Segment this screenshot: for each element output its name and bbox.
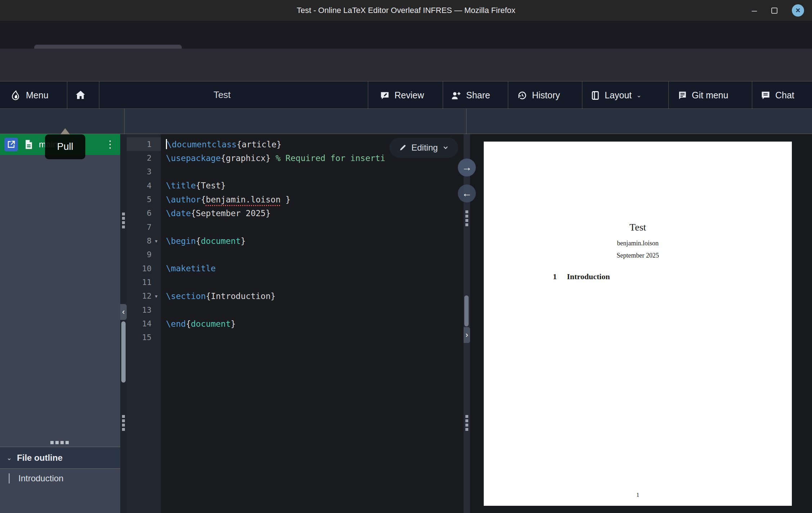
divider-drag-dots[interactable] — [465, 415, 468, 431]
fold-caret-icon[interactable]: ▾ — [152, 238, 161, 244]
menu-label: Menu — [26, 90, 49, 101]
divider-drag-dots[interactable] — [122, 415, 125, 431]
git-menu-icon — [677, 90, 687, 101]
window-restore-button[interactable] — [771, 8, 777, 14]
window-close-button[interactable]: × — [792, 4, 804, 17]
layout-icon — [591, 90, 600, 101]
fold-caret-icon[interactable]: ▾ — [152, 293, 161, 299]
layout-caret-icon: ⌄ — [636, 92, 641, 99]
pull-tooltip: Pull — [45, 134, 85, 159]
window-minimize-button[interactable]: – — [752, 9, 757, 12]
outline-item-label: Introduction — [18, 473, 63, 483]
pdf-document-title: Test — [484, 222, 792, 233]
tooltip-caret — [60, 128, 70, 135]
line-number: 5 — [127, 195, 152, 204]
divider-drag-dots[interactable] — [465, 210, 468, 226]
review-button[interactable]: Review — [380, 81, 424, 109]
overleaf-logo-icon — [10, 90, 21, 101]
overleaf-header: Menu Test Review Share History Layout ⌄ — [0, 81, 812, 109]
line-number: 15 — [127, 333, 152, 342]
editor-toolbar: Code Editor Visual Editor B I ••• Recomp… — [0, 109, 812, 134]
chat-button[interactable]: Chat — [761, 81, 794, 109]
line-number: 7 — [127, 223, 152, 232]
editor-scrollbar[interactable] — [464, 295, 469, 326]
outline-collapse-caret-icon: ⌄ — [6, 454, 12, 462]
collapse-file-tree-icon[interactable]: ‹ — [120, 304, 127, 320]
code-line[interactable]: 13 — [127, 303, 464, 317]
share-button[interactable]: Share — [451, 81, 490, 109]
code-text[interactable]: \begin{document} — [161, 236, 246, 246]
code-line[interactable]: 6\date{September 2025} — [127, 206, 464, 220]
code-text[interactable]: \end{document} — [161, 319, 236, 329]
layout-button[interactable]: Layout ⌄ — [591, 81, 641, 109]
review-mode-dropdown[interactable]: Editing — [389, 138, 458, 158]
chat-icon — [761, 90, 771, 101]
outline-list: Introduction — [0, 469, 120, 513]
browser-navbar: ⌄ https://overleaf.enst.fr/project/XXXXX… — [0, 49, 812, 81]
line-number: 3 — [127, 167, 152, 176]
code-line[interactable]: 4\title{Test} — [127, 179, 464, 192]
file-outline-header[interactable]: ⌄ File outline — [0, 447, 120, 468]
code-text[interactable]: \usepackage{graphicx} % Required for ins… — [161, 153, 385, 163]
collapse-editor-icon[interactable]: › — [464, 327, 470, 343]
line-number: 14 — [127, 319, 152, 328]
pdf-section-heading: 1 Introduction — [553, 272, 610, 281]
pdf-page: Test benjamin.loison September 2025 1 In… — [484, 142, 792, 506]
code-text[interactable]: \title{Test} — [161, 181, 226, 190]
code-text[interactable]: \section{Introduction} — [161, 291, 276, 301]
review-icon — [380, 90, 390, 101]
editing-caret-icon — [442, 144, 449, 151]
pane-switch-right-icon[interactable]: → — [458, 159, 476, 177]
browser-tab-bar: Test - Online LaTeX Editor Ov × + ⌄ — [0, 21, 812, 49]
line-number: 12 — [127, 291, 152, 300]
code-line[interactable]: 11 — [127, 275, 464, 289]
code-text[interactable]: \documentclass{article} — [161, 139, 281, 149]
project-title[interactable]: Test — [168, 89, 276, 101]
line-number: 8 — [127, 236, 152, 245]
file-outline-title: File outline — [17, 453, 63, 463]
divider-drag-dots[interactable] — [122, 213, 125, 228]
pdf-author: benjamin.loison — [484, 240, 792, 247]
review-mode-label: Editing — [411, 143, 438, 153]
code-line[interactable]: 3 — [127, 165, 464, 179]
file-tree-panel: main ⋮ ⌄ File outline Introduction — [0, 134, 120, 513]
panel-resize-handle[interactable] — [50, 441, 69, 444]
code-line[interactable]: 12▾\section{Introduction} — [127, 289, 464, 303]
code-text[interactable]: \maketitle — [161, 264, 216, 273]
file-icon — [24, 139, 34, 150]
history-icon — [517, 90, 527, 101]
git-menu-button[interactable]: Git menu — [677, 81, 728, 109]
code-line[interactable]: 8▾\begin{document} — [127, 234, 464, 247]
file-tree-scrollbar[interactable] — [121, 321, 126, 383]
line-number: 9 — [127, 250, 152, 259]
code-line[interactable]: 5\author{benjamin.loison } — [127, 192, 464, 206]
pdf-date: September 2025 — [484, 252, 792, 259]
editing-pencil-icon — [399, 144, 407, 152]
screen: Test - Online LaTeX Editor Overleaf INFR… — [0, 0, 812, 513]
open-in-new-window-icon[interactable] — [4, 138, 18, 151]
line-number: 11 — [127, 278, 152, 287]
outline-item[interactable]: Introduction — [0, 469, 120, 488]
history-button[interactable]: History — [517, 81, 560, 109]
line-number: 13 — [127, 305, 152, 315]
code-line[interactable]: 9 — [127, 248, 464, 262]
home-icon[interactable] — [75, 89, 86, 101]
code-line[interactable]: 10\maketitle — [127, 262, 464, 275]
pdf-preview-pane[interactable]: Test benjamin.loison September 2025 1 In… — [470, 134, 812, 513]
code-text[interactable]: \date{September 2025} — [161, 209, 271, 218]
code-line[interactable]: 15 — [127, 331, 464, 344]
line-number: 1 — [127, 140, 152, 149]
line-number: 2 — [127, 153, 152, 162]
file-menu-kebab-icon[interactable]: ⋮ — [105, 141, 115, 148]
outline-item-bar-icon — [9, 473, 10, 483]
window-title: Test - Online LaTeX Editor Overleaf INFR… — [297, 6, 515, 15]
menu-button[interactable]: Menu — [10, 81, 49, 109]
code-line[interactable]: 7 — [127, 220, 464, 234]
code-line[interactable]: 14\end{document} — [127, 317, 464, 330]
code-text[interactable]: \author{benjamin.loison } — [161, 195, 290, 204]
line-number: 10 — [127, 264, 152, 273]
line-number: 4 — [127, 181, 152, 190]
pane-switch-left-icon[interactable]: ← — [458, 184, 476, 202]
share-icon — [451, 90, 461, 101]
window-titlebar: Test - Online LaTeX Editor Overleaf INFR… — [0, 0, 812, 21]
